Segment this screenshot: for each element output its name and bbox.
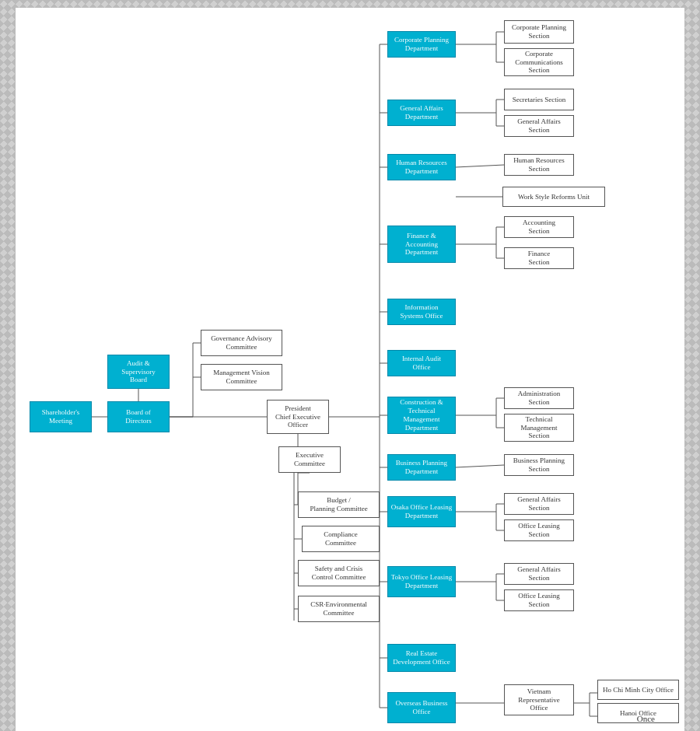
corp-comm-sec-box: CorporateCommunicationsSection (504, 48, 574, 76)
svg-line-46 (456, 465, 504, 467)
corp-planning-sec-box: Corporate PlanningSection (504, 20, 574, 44)
construction-dept-box: Construction &Technical ManagementDepart… (387, 397, 456, 434)
osaka-leasing-sec-box: Office LeasingSection (504, 519, 574, 541)
finance-sec-box: FinanceSection (504, 247, 574, 269)
president-ceo-box: PresidentChief ExecutiveOfficer (267, 400, 329, 434)
tokyo-dept-box: Tokyo Office LeasingDepartment (387, 566, 456, 597)
work-style-box: Work Style Reforms Unit (502, 187, 605, 207)
osaka-dept-box: Osaka Office LeasingDepartment (387, 496, 456, 527)
footer-text: Once (637, 714, 655, 723)
governance-advisory-box: Governance AdvisoryCommittee (201, 330, 282, 356)
biz-planning-dept-box: Business PlanningDepartment (387, 454, 456, 481)
svg-line-31 (456, 165, 504, 167)
info-systems-box: InformationSystems Office (387, 299, 456, 325)
tokyo-leasing-sec-box: Office LeasingSection (504, 589, 574, 611)
osaka-ga-sec-box: General AffairsSection (504, 493, 574, 515)
tokyo-ga-sec-box: General AffairsSection (504, 563, 574, 585)
corp-planning-dept-box: Corporate PlanningDepartment (387, 31, 456, 58)
general-affairs-dept-box: General AffairsDepartment (387, 100, 456, 126)
finance-dept-box: Finance &AccountingDepartment (387, 226, 456, 263)
budget-planning-box: Budget /Planning Committee (298, 491, 380, 518)
audit-supervisory-box: Audit &SupervisoryBoard (107, 355, 170, 389)
executive-committee-box: ExecutiveCommittee (278, 446, 341, 473)
secretaries-sec-box: Secretaries Section (504, 89, 574, 110)
compliance-box: ComplianceCommittee (302, 526, 380, 552)
diagram-container: Shareholder's Meeting Board ofDirectors … (16, 8, 684, 731)
internal-audit-box: Internal AuditOffice (387, 350, 456, 376)
overseas-biz-box: Overseas BusinessOffice (387, 692, 456, 723)
admin-sec-box: AdministrationSection (504, 387, 574, 409)
csr-env-box: CSR·EnvironmentalCommittee (298, 596, 380, 622)
accounting-sec-box: AccountingSection (504, 216, 574, 238)
shareholders-meeting-box: Shareholder's Meeting (30, 401, 92, 432)
board-of-directors-box: Board ofDirectors (107, 401, 170, 432)
hr-sec-box: Human ResourcesSection (504, 154, 574, 176)
vietnam-rep-box: VietnamRepresentativeOffice (504, 684, 574, 715)
tech-mgmt-sec-box: TechnicalManagementSection (504, 414, 574, 442)
hr-dept-box: Human ResourcesDepartment (387, 154, 456, 180)
hcmc-office-box: Ho Chi Minh City Office (597, 680, 679, 700)
org-chart: Shareholder's Meeting Board ofDirectors … (22, 14, 678, 729)
biz-planning-sec-box: Business PlanningSection (504, 454, 574, 476)
general-affairs-sec-box: General AffairsSection (504, 115, 574, 137)
real-estate-box: Real EstateDevelopment Office (387, 644, 456, 672)
safety-crisis-box: Safety and CrisisControl Committee (298, 560, 380, 586)
management-vision-box: Management VisionCommittee (201, 364, 282, 390)
